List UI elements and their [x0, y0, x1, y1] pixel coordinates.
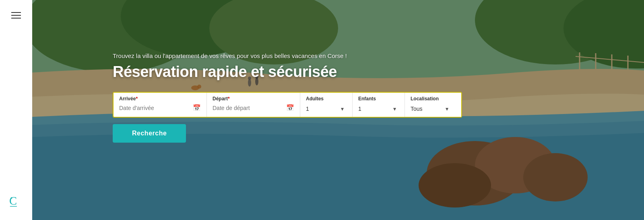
- search-form: Arrivée* 📅 Départ* 📅: [113, 92, 462, 143]
- adults-select-wrap: 1 2 3 4 5 6: [306, 104, 346, 114]
- departure-label: Départ*: [207, 93, 300, 102]
- departure-calendar-icon: 📅: [286, 104, 294, 112]
- hero-title: Réservation rapide et sécurisée: [113, 63, 462, 81]
- children-field-group: Enfants 0 1 2 3 4: [353, 93, 405, 117]
- search-button[interactable]: Recherche: [113, 124, 186, 143]
- adults-select[interactable]: 1 2 3 4 5 6: [306, 104, 346, 114]
- children-select[interactable]: 0 1 2 3 4: [358, 104, 398, 114]
- adults-field-group: Adultes 1 2 3 4 5 6: [300, 93, 353, 117]
- children-label: Enfants: [353, 93, 405, 102]
- location-field-group: Localisation Tous Nord Sud Est Ouest Cen…: [405, 93, 461, 117]
- menu-bar-2: [11, 15, 21, 16]
- location-input-wrap: Tous Nord Sud Est Ouest Centre: [405, 102, 461, 117]
- children-input-wrap: 0 1 2 3 4: [353, 102, 405, 117]
- logo: C: [8, 193, 24, 208]
- hero-subtitle: Trouvez la villa ou l'appartement de vos…: [113, 52, 462, 59]
- sidebar: C: [0, 0, 32, 220]
- arrival-input[interactable]: [119, 105, 190, 111]
- arrival-field-group: Arrivée* 📅: [114, 93, 207, 117]
- departure-input[interactable]: [213, 105, 283, 111]
- location-label: Localisation: [405, 93, 461, 102]
- arrival-label: Arrivée*: [114, 93, 206, 102]
- adults-label: Adultes: [300, 93, 352, 102]
- svg-point-2: [11, 197, 12, 199]
- departure-field-group: Départ* 📅: [207, 93, 300, 117]
- hero-section: Trouvez la villa ou l'appartement de vos…: [32, 0, 644, 220]
- hero-content: Trouvez la villa ou l'appartement de vos…: [113, 52, 462, 143]
- departure-input-wrap: 📅: [207, 102, 300, 115]
- menu-button[interactable]: [7, 8, 25, 23]
- location-select-wrap: Tous Nord Sud Est Ouest Centre: [411, 104, 451, 114]
- svg-text:C: C: [9, 195, 17, 207]
- arrival-calendar-icon: 📅: [193, 104, 201, 112]
- children-select-wrap: 0 1 2 3 4: [358, 104, 398, 114]
- arrival-input-wrap: 📅: [114, 102, 206, 115]
- adults-input-wrap: 1 2 3 4 5 6: [300, 102, 352, 117]
- search-fields-container: Arrivée* 📅 Départ* 📅: [113, 92, 462, 118]
- menu-bar-1: [11, 12, 21, 13]
- menu-bar-3: [11, 18, 21, 19]
- location-select[interactable]: Tous Nord Sud Est Ouest Centre: [411, 104, 451, 114]
- logo-icon: C: [8, 193, 24, 208]
